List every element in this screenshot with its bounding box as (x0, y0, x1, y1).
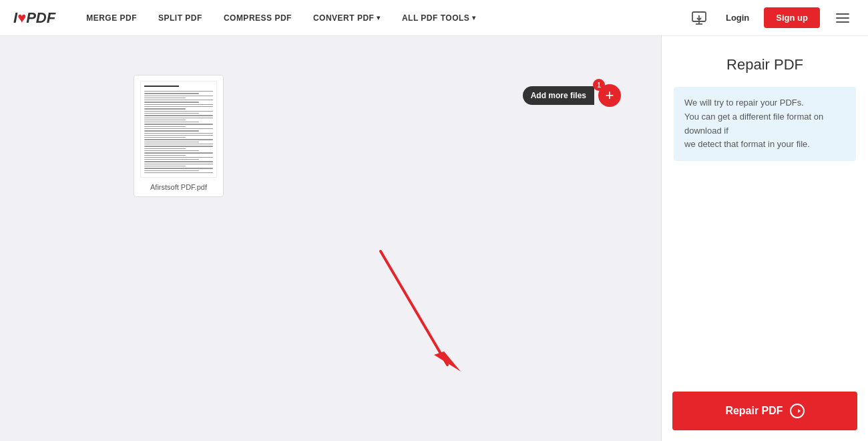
file-preview (140, 81, 217, 178)
work-area: Add more files 1 + (0, 36, 661, 441)
repair-button-label: Repair PDF (725, 405, 783, 417)
monitor-download-icon (691, 10, 707, 26)
hamburger-menu-button[interactable] (831, 6, 855, 30)
right-panel: Repair PDF We will try to repair your PD… (661, 36, 868, 441)
nav-compress-pdf[interactable]: COMPRESS PDF (213, 0, 302, 36)
nav-merge-pdf[interactable]: MERGE PDF (75, 0, 148, 36)
logo-pdf: PDF (26, 9, 55, 27)
info-line-2: You can get a different file format on d… (684, 112, 823, 136)
svg-line-4 (381, 251, 447, 365)
download-app-button[interactable] (687, 6, 711, 30)
repair-pdf-button[interactable]: Repair PDF (672, 392, 857, 430)
info-box: We will try to repair your PDFs. You can… (674, 87, 856, 161)
hamburger-line-2 (836, 17, 849, 19)
svg-marker-5 (434, 351, 461, 372)
file-card[interactable]: Afirstsoft PDF.pdf (134, 75, 224, 197)
nav-all-tools[interactable]: ALL PDF TOOLS ▾ (391, 0, 487, 36)
files-count-badge: 1 (593, 79, 605, 91)
add-more-files-label: Add more files (523, 86, 594, 105)
preview-title-line (144, 86, 179, 87)
login-button[interactable]: Login (719, 9, 756, 27)
nav-links: MERGE PDF SPLIT PDF COMPRESS PDF CONVERT… (75, 0, 687, 36)
info-line-3: we detect that format in your file. (684, 139, 810, 149)
main-layout: Add more files 1 + (0, 36, 868, 441)
nav-right: Login Sign up (687, 6, 855, 30)
hamburger-line-1 (836, 13, 849, 15)
file-name: Afirstsoft PDF.pdf (150, 183, 207, 191)
hamburger-line-3 (836, 21, 849, 23)
add-more-files-button[interactable]: Add more files 1 + (523, 84, 621, 107)
nav-convert-pdf[interactable]: CONVERT PDF ▾ (302, 0, 391, 36)
info-line-1: We will try to repair your PDFs. (684, 98, 804, 108)
red-arrow-indicator (367, 238, 474, 388)
arrow-svg (367, 238, 474, 385)
panel-title: Repair PDF (662, 36, 868, 87)
all-tools-arrow-icon: ▾ (472, 14, 476, 21)
nav-split-pdf[interactable]: SPLIT PDF (148, 0, 213, 36)
logo-heart: ♥ (17, 9, 26, 27)
circle-arrow-icon (790, 404, 805, 418)
convert-pdf-arrow-icon: ▾ (377, 14, 381, 21)
navbar: I ♥ PDF MERGE PDF SPLIT PDF COMPRESS PDF… (0, 0, 868, 36)
panel-footer: Repair PDF (662, 381, 868, 441)
signup-button[interactable]: Sign up (764, 7, 820, 28)
logo[interactable]: I ♥ PDF (13, 9, 55, 27)
